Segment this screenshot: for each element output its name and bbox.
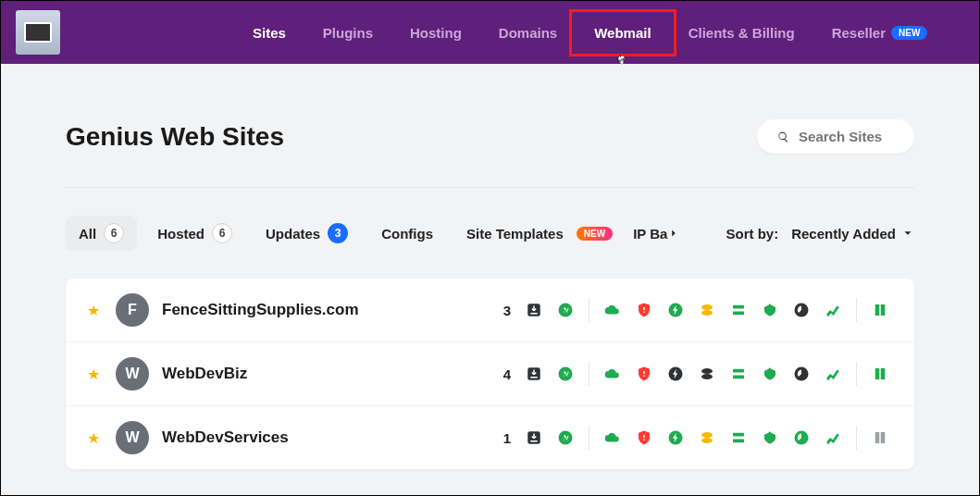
cloud-icon[interactable] bbox=[604, 366, 621, 382]
download-icon[interactable] bbox=[526, 302, 542, 318]
tab-site-templates-label: Site Templates bbox=[466, 226, 564, 242]
star-icon[interactable]: ★ bbox=[84, 366, 103, 383]
heart-icon[interactable] bbox=[762, 429, 778, 446]
tab-all[interactable]: All 6 bbox=[66, 216, 137, 251]
bolt-icon[interactable] bbox=[667, 429, 684, 446]
tab-hosted[interactable]: Hosted 6 bbox=[144, 216, 245, 251]
tab-configs-label: Configs bbox=[381, 226, 433, 242]
separator bbox=[589, 362, 589, 386]
download-icon[interactable] bbox=[526, 429, 542, 446]
update-count: 4 bbox=[503, 366, 511, 382]
chart-icon[interactable] bbox=[825, 302, 841, 318]
chevron-right-icon bbox=[667, 227, 680, 240]
performance-icon[interactable] bbox=[793, 302, 810, 318]
sort-dropdown[interactable]: Recently Added bbox=[791, 226, 914, 242]
stack-icon[interactable] bbox=[730, 302, 747, 318]
filter-tabs: All 6 Hosted 6 Updates 3 Configs Site Te… bbox=[66, 188, 914, 264]
book-icon[interactable] bbox=[872, 302, 888, 318]
tab-all-count: 6 bbox=[104, 223, 124, 243]
heart-icon[interactable] bbox=[762, 302, 778, 318]
site-row[interactable]: ★ F FenceSittingSupplies.com 3 bbox=[66, 279, 914, 342]
tab-updates-count: 3 bbox=[328, 223, 348, 243]
separator bbox=[589, 426, 589, 450]
book-icon[interactable] bbox=[872, 429, 888, 446]
sort-value: Recently Added bbox=[791, 226, 896, 242]
performance-icon[interactable] bbox=[793, 366, 810, 382]
disc-icon[interactable] bbox=[699, 366, 715, 382]
sort-by: Sort by: Recently Added bbox=[726, 226, 914, 242]
download-icon[interactable] bbox=[526, 366, 542, 382]
sort-label: Sort by: bbox=[726, 226, 779, 242]
site-name[interactable]: WebDevBiz bbox=[162, 365, 503, 383]
update-count: 1 bbox=[503, 430, 511, 446]
nav-plugins[interactable]: Plugins bbox=[306, 18, 390, 48]
update-count: 3 bbox=[503, 303, 511, 318]
site-list: ★ F FenceSittingSupplies.com 3 ★ W WebDe… bbox=[66, 279, 914, 469]
tab-hosted-count: 6 bbox=[212, 223, 232, 243]
nav-domains[interactable]: Domains bbox=[482, 18, 574, 48]
star-icon[interactable]: ★ bbox=[84, 302, 103, 319]
site-name[interactable]: FenceSittingSupplies.com bbox=[162, 301, 503, 319]
top-nav: Sites Plugins Hosting Domains Webmail Cl… bbox=[1, 1, 979, 64]
site-avatar: W bbox=[116, 357, 149, 391]
cloud-icon[interactable] bbox=[604, 429, 621, 446]
nav-hosting[interactable]: Hosting bbox=[393, 18, 478, 48]
star-icon[interactable]: ★ bbox=[84, 429, 103, 447]
tab-updates[interactable]: Updates 3 bbox=[253, 216, 361, 251]
site-avatar: W bbox=[116, 421, 149, 454]
search-icon bbox=[777, 130, 789, 144]
wordpress-icon[interactable] bbox=[557, 366, 574, 382]
tab-overflow[interactable]: IP Ba bbox=[633, 226, 680, 242]
site-avatar: F bbox=[116, 293, 149, 327]
page-title: Genius Web Sites bbox=[66, 122, 284, 152]
separator bbox=[856, 298, 857, 322]
separator bbox=[856, 426, 857, 450]
search-box[interactable] bbox=[757, 119, 914, 154]
nav-webmail[interactable]: Webmail bbox=[577, 18, 667, 48]
separator bbox=[589, 298, 589, 322]
chart-icon[interactable] bbox=[825, 429, 841, 446]
app-logo[interactable] bbox=[16, 10, 60, 55]
separator bbox=[856, 362, 857, 386]
disc-icon[interactable] bbox=[699, 302, 715, 318]
chevron-down-icon bbox=[901, 227, 914, 240]
stack-icon[interactable] bbox=[730, 366, 747, 382]
nav-sites[interactable]: Sites bbox=[236, 18, 303, 48]
tab-hosted-label: Hosted bbox=[157, 226, 205, 242]
nav-reseller-label: Reseller bbox=[832, 25, 886, 41]
nav-webmail-label: Webmail bbox=[594, 25, 651, 41]
shield-icon[interactable] bbox=[636, 302, 652, 318]
new-badge: NEW bbox=[577, 227, 613, 241]
site-row[interactable]: ★ W WebDevServices 1 bbox=[66, 406, 914, 469]
tab-overflow-label: IP Ba bbox=[633, 226, 667, 242]
page-content: Genius Web Sites All 6 Hosted 6 Updates … bbox=[1, 64, 979, 469]
site-row[interactable]: ★ W WebDevBiz 4 bbox=[66, 342, 914, 406]
book-icon[interactable] bbox=[872, 366, 888, 382]
nav-clients-billing[interactable]: Clients & Billing bbox=[672, 18, 812, 48]
stack-icon[interactable] bbox=[730, 429, 747, 446]
hand-cursor-icon bbox=[616, 55, 629, 71]
tab-updates-label: Updates bbox=[266, 226, 320, 242]
search-input[interactable] bbox=[799, 129, 894, 144]
nav-items: Sites Plugins Hosting Domains Webmail Cl… bbox=[236, 18, 944, 48]
nav-reseller[interactable]: Reseller NEW bbox=[815, 18, 945, 48]
new-badge: NEW bbox=[891, 26, 927, 40]
shield-icon[interactable] bbox=[636, 429, 652, 446]
wordpress-icon[interactable] bbox=[557, 429, 574, 446]
page-header: Genius Web Sites bbox=[66, 119, 914, 188]
tab-configs[interactable]: Configs bbox=[368, 218, 446, 249]
site-name[interactable]: WebDevServices bbox=[162, 428, 503, 447]
cloud-icon[interactable] bbox=[604, 302, 621, 318]
chart-icon[interactable] bbox=[825, 366, 841, 382]
wordpress-icon[interactable] bbox=[557, 302, 574, 318]
shield-icon[interactable] bbox=[636, 366, 652, 382]
bolt-icon[interactable] bbox=[667, 366, 684, 382]
disc-icon[interactable] bbox=[699, 429, 715, 446]
bolt-icon[interactable] bbox=[667, 302, 684, 318]
performance-icon[interactable] bbox=[793, 429, 810, 446]
heart-icon[interactable] bbox=[762, 366, 778, 382]
tab-site-templates[interactable]: Site Templates NEW bbox=[453, 218, 626, 249]
tab-all-label: All bbox=[79, 226, 96, 242]
